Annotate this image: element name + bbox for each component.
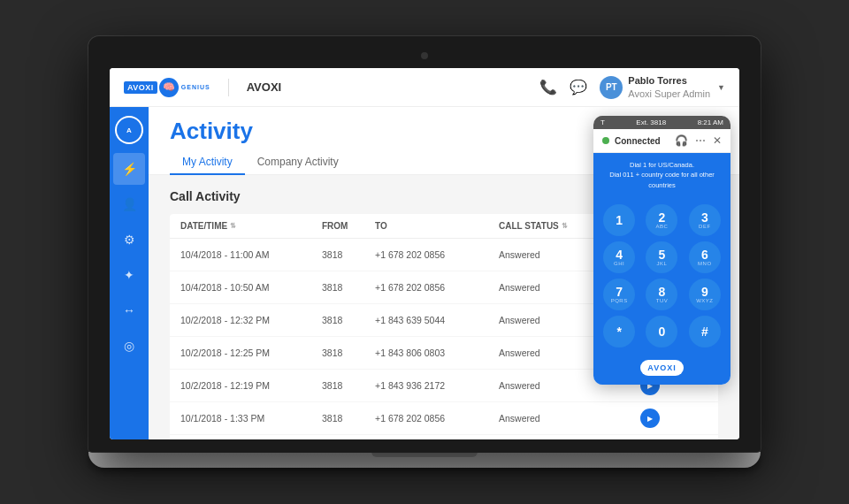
key-9[interactable]: 9WXYZ <box>689 279 721 310</box>
sidebar-item-users[interactable]: 👤 <box>113 188 145 220</box>
cell-datetime: 10/2/2018 - 12:32 PM <box>180 315 322 325</box>
user-text-area: Pablo Torres Avoxi Super Admin <box>628 74 710 100</box>
cell-status: Answered <box>499 347 587 358</box>
tab-company-activity[interactable]: Company Activity <box>245 150 351 175</box>
cell-to: +1 843 936 2172 <box>375 380 499 391</box>
logo-brain-icon: 🧠 <box>159 78 179 97</box>
table-row: 10/1/2018 - 1:33 PM 3818 +1 678 202 0856… <box>170 402 718 435</box>
headset-icon[interactable]: 🎧 <box>675 134 688 147</box>
phone-keypad: 1 2ABC 3DEF 4GHI 5JKL 6MNO 7PQRS 8TUV 9W… <box>593 197 730 355</box>
cell-datetime: 10/1/2018 - 1:33 PM <box>180 413 322 424</box>
cell-to: +1 843 639 5044 <box>375 315 499 325</box>
phone-avoxi-logo: AVOXI <box>593 355 730 385</box>
screen-bezel: AVOXI 🧠 GENIUS AVOXI 📞 💬 P <box>88 36 761 452</box>
col-status: CALL STATUS ⇅ <box>499 221 587 231</box>
key-0[interactable]: 0 <box>646 316 677 347</box>
genius-label: GENIUS <box>181 84 210 90</box>
cell-from: 3818 <box>322 315 375 325</box>
ext-label: Ext. 3818 <box>636 118 666 126</box>
cell-from: 3818 <box>322 380 375 391</box>
app-container: AVOXI 🧠 GENIUS AVOXI 📞 💬 P <box>110 68 739 439</box>
cell-datetime: 10/2/2018 - 12:25 PM <box>180 347 322 358</box>
cell-datetime: 10/4/2018 - 10:50 AM <box>180 282 322 293</box>
user-name: Pablo Torres <box>628 74 710 87</box>
play-button[interactable]: ▶ <box>640 409 660 428</box>
connected-indicator <box>602 137 609 144</box>
laptop-camera <box>421 52 428 59</box>
key-hash[interactable]: # <box>689 316 721 347</box>
cell-status: Answered <box>499 249 587 260</box>
key-3[interactable]: 3DEF <box>689 204 721 236</box>
laptop-base <box>88 452 761 468</box>
tab-my-activity[interactable]: My Activity <box>170 150 245 175</box>
cell-to: +1 843 806 0803 <box>375 347 499 358</box>
key-star[interactable]: * <box>603 316 635 347</box>
carrier-label: T <box>600 118 605 126</box>
cell-to: +1 678 202 0856 <box>375 413 499 424</box>
cell-from: 3818 <box>322 347 375 358</box>
col-to: TO <box>375 221 499 231</box>
logo-text: AVOXI <box>124 81 157 94</box>
cell-status: Answered <box>499 282 587 293</box>
sidebar-org-logo: A <box>115 116 143 144</box>
content-area: Activity My Activity Company Activity Ca… <box>149 107 739 439</box>
cell-playback[interactable]: ▶ <box>640 409 693 428</box>
cell-from: 3818 <box>322 249 375 260</box>
sort-icon-datetime: ⇅ <box>230 222 236 230</box>
user-role: Avoxi Super Admin <box>628 88 710 100</box>
nav-divider <box>228 79 229 96</box>
key-6[interactable]: 6MNO <box>689 241 721 273</box>
laptop-container: AVOXI 🧠 GENIUS AVOXI 📞 💬 P <box>88 36 761 468</box>
avatar: PT <box>600 76 623 99</box>
dial-hint-line1: Dial 1 for US/Canada. <box>602 160 722 170</box>
sidebar-item-transfer[interactable]: ↔ <box>113 294 145 326</box>
sidebar-item-activity[interactable]: ⚡ <box>113 153 145 185</box>
time-label: 8:21 AM <box>698 118 723 126</box>
key-8[interactable]: 8TUV <box>646 279 677 310</box>
key-7[interactable]: 7PQRS <box>603 279 635 310</box>
phone-dial-hint: Dial 1 for US/Canada. Dial 011 + country… <box>593 153 730 197</box>
table-row: 6/8/2018 - 1:53 PM 3818 3284 ▶ <box>170 435 718 439</box>
phone-connected-bar: Connected 🎧 ⋯ ✕ <box>593 129 730 153</box>
key-1[interactable]: 1 <box>603 204 635 236</box>
keypad-grid: 1 2ABC 3DEF 4GHI 5JKL 6MNO 7PQRS 8TUV 9W… <box>600 204 723 347</box>
cell-datetime: 10/2/2018 - 12:19 PM <box>180 380 322 391</box>
cell-datetime: 10/4/2018 - 11:00 AM <box>180 249 322 260</box>
col-from: FROM <box>322 221 375 231</box>
cell-to: +1 678 202 0856 <box>375 249 499 260</box>
user-info[interactable]: PT Pablo Torres Avoxi Super Admin ▼ <box>600 74 725 100</box>
sidebar: A ⚡ 👤 ⚙ ✦ ↔ ◎ <box>110 107 149 439</box>
key-2[interactable]: 2ABC <box>646 204 677 236</box>
avoxi-logo-bubble: AVOXI <box>640 360 683 376</box>
sidebar-item-dial[interactable]: ◎ <box>113 330 145 362</box>
main-area: A ⚡ 👤 ⚙ ✦ ↔ ◎ Activity <box>110 107 739 439</box>
sidebar-item-star[interactable]: ✦ <box>113 259 145 291</box>
cell-from: 3818 <box>322 413 375 424</box>
phone-icons: 🎧 ⋯ ✕ <box>675 134 722 147</box>
sidebar-item-settings[interactable]: ⚙ <box>113 224 145 256</box>
laptop-screen: AVOXI 🧠 GENIUS AVOXI 📞 💬 P <box>110 68 739 439</box>
avoxi-logo: AVOXI 🧠 GENIUS <box>124 78 210 97</box>
cell-status: Answered <box>499 380 587 391</box>
phone-popup: T Ext. 3818 8:21 AM Connected 🎧 ⋯ <box>593 116 730 385</box>
voicemail-nav-icon[interactable]: 💬 <box>570 79 587 95</box>
top-nav: AVOXI 🧠 GENIUS AVOXI 📞 💬 P <box>110 68 739 107</box>
col-datetime: DATE/TIME ⇅ <box>180 221 322 231</box>
cell-from: 3818 <box>322 282 375 293</box>
nav-right: 📞 💬 PT Pablo Torres Avoxi Super Admin ▼ <box>539 74 725 100</box>
chevron-down-icon: ▼ <box>717 83 725 92</box>
key-5[interactable]: 5JKL <box>646 241 677 273</box>
cell-status: Answered <box>499 413 587 424</box>
sort-icon-status: ⇅ <box>562 222 568 230</box>
connected-label: Connected <box>615 136 661 146</box>
nav-brand: AVOXI <box>247 80 282 94</box>
logo-area: AVOXI 🧠 GENIUS AVOXI <box>124 78 281 97</box>
key-4[interactable]: 4GHI <box>603 241 635 273</box>
close-popup-icon[interactable]: ✕ <box>713 134 722 147</box>
phone-nav-icon[interactable]: 📞 <box>539 79 557 95</box>
phone-status-bar: T Ext. 3818 8:21 AM <box>593 116 730 129</box>
cell-to: +1 678 202 0856 <box>375 282 499 293</box>
cell-status: Answered <box>499 315 587 325</box>
more-options-icon[interactable]: ⋯ <box>695 134 706 147</box>
dial-hint-line2: Dial 011 + country code for all other co… <box>602 170 722 190</box>
